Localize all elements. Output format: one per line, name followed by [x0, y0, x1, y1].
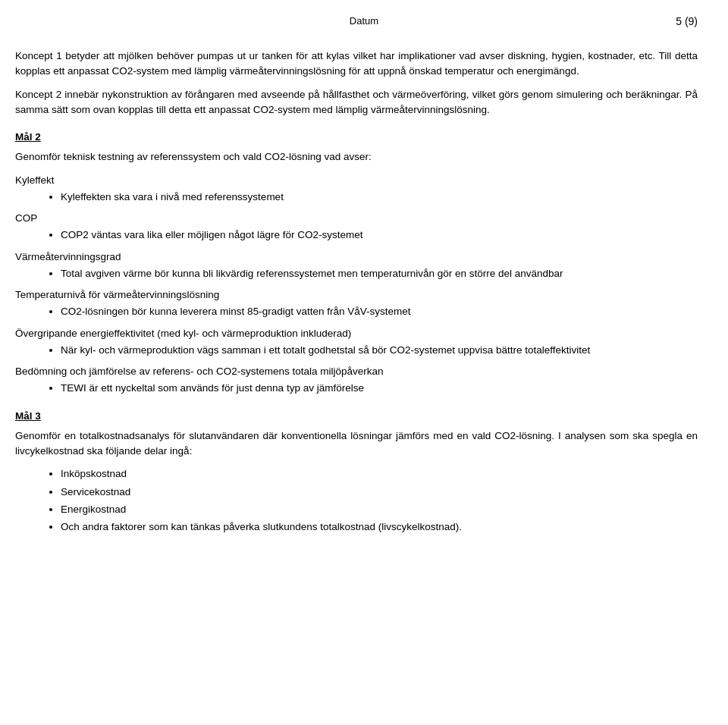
mal3-bullet-2: Energikostnad — [61, 502, 698, 517]
mal2-title: Mål 2 — [15, 130, 698, 145]
datum-label: Datum — [350, 15, 378, 27]
kyleffekt-label: Kyleffekt — [15, 173, 698, 188]
paragraph-2: Koncept 2 innebär nykonstruktion av förå… — [15, 87, 698, 118]
cop-list: COP2 väntas vara lika eller möjligen någ… — [61, 228, 698, 243]
bedömning-label: Bedömning och jämförelse av referens- oc… — [15, 364, 698, 379]
mal2-intro: Genomför teknisk testning av referenssys… — [15, 149, 698, 165]
page: Datum 5 (9) Koncept 1 betyder att mjölke… — [0, 0, 728, 725]
overgripande-label: Övergripande energieffektivitet (med kyl… — [15, 326, 698, 341]
main-content: Koncept 1 betyder att mjölken behöver pu… — [15, 49, 698, 535]
cop-label: COP — [15, 211, 698, 226]
cop-bullet: COP2 väntas vara lika eller möjligen någ… — [61, 228, 698, 243]
overgripande-bullet: När kyl- och värmeproduktion vägs samman… — [61, 343, 698, 358]
varmeatervinningsgrad-list: Total avgiven värme bör kunna bli likvär… — [61, 266, 698, 281]
page-header: Datum 5 (9) — [15, 15, 698, 30]
kyleffekt-list: Kyleffekten ska vara i nivå med referens… — [61, 190, 698, 205]
temperaturniva-bullet: CO2-lösningen bör kunna leverera minst 8… — [61, 304, 698, 319]
bedömning-list: TEWI är ett nyckeltal som används för ju… — [61, 381, 698, 396]
temperaturniva-list: CO2-lösningen bör kunna leverera minst 8… — [61, 304, 698, 319]
mal3-intro: Genomför en totalkostnadsanalys för slut… — [15, 428, 698, 460]
mal3-bullet-0: Inköpskostnad — [61, 466, 698, 482]
kyleffekt-bullet: Kyleffekten ska vara i nivå med referens… — [61, 190, 698, 205]
bedömning-bullet: TEWI är ett nyckeltal som används för ju… — [61, 381, 698, 396]
varmeatervinningsgrad-bullet: Total avgiven värme bör kunna bli likvär… — [61, 266, 698, 281]
mal3-bullet-1: Servicekostnad — [61, 485, 698, 500]
paragraph-1: Koncept 1 betyder att mjölken behöver pu… — [15, 49, 698, 80]
overgripande-list: När kyl- och värmeproduktion vägs samman… — [61, 343, 698, 358]
temperaturniva-label: Temperaturnivå för värmeåtervinningslösn… — [15, 287, 698, 303]
mal3-bullet-3: Och andra faktorer som kan tänkas påverk… — [61, 519, 698, 535]
mal3-title: Mål 3 — [15, 409, 698, 424]
mal3-list: InköpskostnadServicekostnadEnergikostnad… — [61, 466, 698, 535]
page-number: 5 (9) — [676, 15, 698, 27]
varmeatervinningsgrad-label: Värmeåtervinningsgrad — [15, 250, 698, 265]
